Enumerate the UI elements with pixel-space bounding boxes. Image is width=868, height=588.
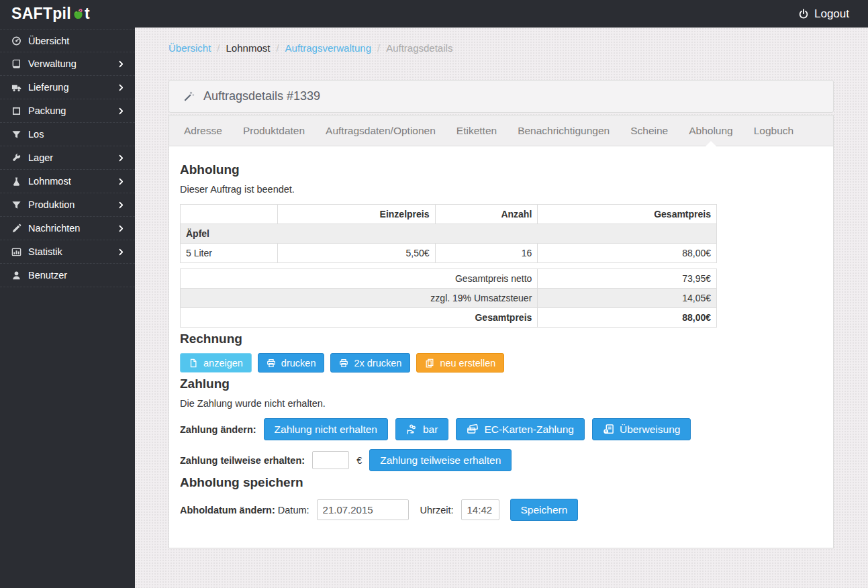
summary-row-tax: zzgl. 19% Umsatzsteuer 14,05€ — [181, 289, 717, 308]
tab-auftragsdaten-optionen[interactable]: Auftragsdaten/Optionen — [326, 115, 436, 146]
save-button[interactable]: Speichern — [510, 499, 579, 521]
item-quantity-cell: 16 — [435, 244, 538, 263]
summary-value: 14,05€ — [538, 289, 717, 308]
tab-scheine[interactable]: Scheine — [630, 115, 668, 146]
print-invoice-twice-button[interactable]: 2x drucken — [330, 353, 410, 373]
tab-produktdaten[interactable]: Produktdaten — [243, 115, 305, 146]
breadcrumb-uebersicht[interactable]: Übersicht — [168, 42, 211, 54]
item-name-cell: 5 Liter — [181, 244, 278, 263]
recreate-invoice-button[interactable]: neu erstellen — [416, 353, 504, 373]
breadcrumb: Übersicht / Lohnmost / Auftragsverwaltun… — [168, 42, 868, 54]
panel-body: Abholung Dieser Auftrag ist beendet. Ein… — [168, 146, 834, 548]
flask-icon — [11, 177, 23, 187]
filter-icon — [11, 130, 23, 140]
sidebar-item-label: Lieferung — [28, 82, 68, 93]
sidebar-item-verwaltung[interactable]: Verwaltung — [0, 52, 135, 76]
sidebar-item-label: Lohnmost — [28, 176, 71, 187]
tab-etiketten[interactable]: Etiketten — [456, 115, 497, 146]
payment-cash-button[interactable]: bar — [395, 418, 448, 440]
breadcrumb-auftragsverwaltung[interactable]: Auftragsverwaltung — [285, 42, 371, 54]
item-unit-price-cell: 5,50€ — [277, 244, 435, 263]
sidebar-item-statistik[interactable]: Statistik — [0, 240, 135, 264]
sidebar-item-label: Los — [28, 129, 44, 140]
print-invoice-button[interactable]: drucken — [258, 353, 325, 373]
partial-payment-input[interactable] — [312, 451, 349, 469]
order-summary-table: Gesamtpreis netto 73,95€ zzgl. 19% Umsat… — [180, 268, 717, 328]
sidebar-menu: Übersicht Verwaltung Lieferung — [0, 29, 135, 287]
app-logo[interactable]: SAFTpil t — [0, 0, 135, 28]
tab-bar: Adresse Produktdaten Auftragsdaten/Optio… — [168, 115, 834, 146]
logout-label: Logout — [814, 7, 849, 21]
button-label: Speichern — [521, 504, 568, 516]
panel-header: Auftragsdetails #1339 — [168, 80, 834, 113]
sidebar-item-lieferung[interactable]: Lieferung — [0, 76, 135, 99]
show-invoice-button[interactable]: anzeigen — [180, 353, 252, 373]
sidebar-item-lager[interactable]: Lager — [0, 146, 135, 170]
tab-abholung[interactable]: Abholung — [689, 115, 733, 146]
tachometer-icon — [11, 36, 23, 46]
tab-adresse[interactable]: Adresse — [184, 115, 222, 146]
book-icon — [11, 59, 23, 69]
summary-row-total: Gesamtpreis 88,00€ — [181, 308, 717, 328]
logout-button[interactable]: Logout — [798, 0, 849, 28]
sidebar-item-label: Benutzer — [28, 270, 67, 281]
sidebar-item-uebersicht[interactable]: Übersicht — [0, 29, 135, 52]
sidebar: SAFTpil t Übersicht Verwaltung — [0, 0, 135, 588]
button-label: 2x drucken — [354, 358, 401, 369]
chevron-right-icon — [117, 248, 125, 256]
power-icon — [798, 9, 809, 19]
order-details-panel: Auftragsdetails #1339 Adresse Produktdat… — [168, 80, 834, 548]
time-field-label: Uhrzeit: — [420, 505, 454, 516]
payment-heading: Zahlung — [180, 377, 822, 391]
sidebar-item-label: Produktion — [28, 199, 75, 210]
payment-change-row: Zahlung ändern: Zahlung nicht erhalten b… — [180, 418, 822, 440]
square-icon — [11, 106, 23, 116]
sidebar-item-label: Packung — [28, 105, 66, 116]
table-row: 5 Liter 5,50€ 16 88,00€ — [181, 244, 717, 263]
magic-wand-icon — [183, 91, 195, 102]
hand-coins-icon — [406, 424, 418, 435]
item-total-cell: 88,00€ — [538, 244, 717, 263]
partial-payment-row: Zahlung teilweise erhalten: € Zahlung te… — [180, 449, 822, 471]
button-label: Zahlung teilweise erhalten — [380, 454, 501, 467]
tab-benachrichtigungen[interactable]: Benachrichtigungen — [518, 115, 610, 146]
pickup-time-input[interactable] — [461, 499, 499, 520]
sidebar-item-los[interactable]: Los — [0, 123, 135, 146]
summary-label: Gesamtpreis netto — [181, 269, 538, 289]
sidebar-item-nachrichten[interactable]: Nachrichten — [0, 217, 135, 240]
table-header-row: Einzelpreis Anzahl Gesamtpreis — [181, 205, 717, 224]
printer-icon — [339, 358, 348, 368]
payment-status-text: Die Zahlung wurde nicht erhalten. — [180, 398, 822, 409]
filter-icon — [11, 200, 23, 210]
printer-icon — [267, 358, 276, 368]
tab-logbuch[interactable]: Logbuch — [754, 115, 793, 146]
sidebar-item-produktion[interactable]: Produktion — [0, 193, 135, 217]
breadcrumb-lohnmost: Lohnmost — [226, 42, 271, 54]
apple-logo-icon — [72, 8, 85, 21]
button-label: neu erstellen — [440, 358, 495, 369]
file-icon — [189, 358, 198, 368]
summary-value: 73,95€ — [538, 269, 717, 289]
chevron-right-icon — [117, 60, 125, 68]
sidebar-item-label: Lager — [28, 152, 53, 163]
breadcrumb-separator: / — [217, 42, 220, 54]
invoice-heading: Rechnung — [180, 332, 822, 346]
payment-transfer-button[interactable]: € Überweisung — [592, 418, 691, 440]
user-icon — [11, 271, 23, 281]
chevron-right-icon — [117, 107, 125, 115]
sidebar-item-label: Verwaltung — [28, 58, 77, 69]
pickup-date-input[interactable] — [317, 499, 409, 520]
payment-not-received-button[interactable]: Zahlung nicht erhalten — [264, 418, 388, 440]
chevron-right-icon — [117, 178, 125, 185]
payment-ec-card-button[interactable]: EC-Karten-Zahlung — [456, 418, 585, 440]
breadcrumb-auftragsdetails: Auftragsdetails — [386, 42, 452, 54]
sidebar-item-packung[interactable]: Packung — [0, 99, 135, 123]
sidebar-item-lohnmost[interactable]: Lohnmost — [0, 170, 135, 193]
column-header-anzahl: Anzahl — [435, 205, 538, 224]
column-header-einzelpreis: Einzelpreis — [277, 205, 435, 224]
partial-payment-button[interactable]: Zahlung teilweise erhalten — [369, 449, 512, 471]
button-label: EC-Karten-Zahlung — [484, 424, 574, 436]
sidebar-item-label: Statistik — [28, 246, 62, 257]
chevron-right-icon — [117, 201, 125, 209]
sidebar-item-benutzer[interactable]: Benutzer — [0, 264, 135, 287]
